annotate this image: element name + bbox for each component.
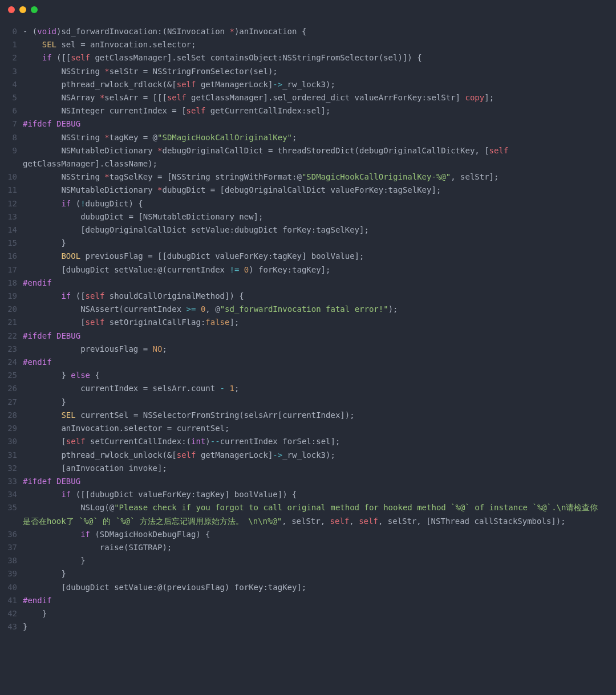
code-content[interactable]: #endif <box>23 277 606 290</box>
code-line[interactable]: 38 } <box>3 554 606 567</box>
code-content[interactable]: #endif <box>23 594 606 607</box>
code-line[interactable]: 32 [anInvocation invoke]; <box>3 462 606 475</box>
code-content[interactable]: if ([[self getClassManager].selSet conta… <box>23 51 606 64</box>
code-line[interactable]: 31 pthread_rwlock_unlock(&[self getManag… <box>3 449 606 462</box>
code-line[interactable]: 4 pthread_rwlock_rdlock(&[self getManage… <box>3 78 606 91</box>
code-content[interactable]: if ([self shouldCallOriginalMethod]) { <box>23 290 606 303</box>
code-content[interactable]: BOOL previousFlag = [[dubugDict valueFor… <box>23 250 606 263</box>
code-line[interactable]: 27 } <box>3 396 606 409</box>
code-line[interactable]: 29 anInvocation.selector = currentSel; <box>3 422 606 435</box>
code-content[interactable]: } else { <box>23 369 606 382</box>
code-content[interactable]: [debugOriginalCallDict setValue:dubugDic… <box>23 223 606 237</box>
code-content[interactable]: } <box>23 237 606 250</box>
code-line[interactable]: 15 } <box>3 237 606 250</box>
minimize-icon[interactable] <box>19 6 26 13</box>
code-content[interactable]: #ifdef DEBUG <box>23 330 606 343</box>
code-content[interactable]: [anInvocation invoke]; <box>23 462 606 475</box>
token-type: SEL <box>61 411 75 420</box>
code-content[interactable]: SEL currentSel = NSSelectorFromString(se… <box>23 409 606 422</box>
code-line[interactable]: 8 NSString *tagKey = @"SDMagicHookCallOr… <box>3 131 606 144</box>
code-line[interactable]: 30 [self setCurrentCallIndex:(int)--curr… <box>3 435 606 448</box>
code-line[interactable]: 0- (void)sd_forwardInvocation:(NSInvocat… <box>3 25 606 38</box>
code-line[interactable]: 10 NSString *tagSelKey = [NSString strin… <box>3 170 606 184</box>
code-content[interactable]: [dubugDict setValue:@(currentIndex != 0)… <box>23 263 606 277</box>
code-content[interactable]: NSString *tagSelKey = [NSString stringWi… <box>23 170 606 184</box>
code-content[interactable]: #ifdef DEBUG <box>23 475 606 488</box>
code-content[interactable]: currentIndex = selsArr.count - 1; <box>23 382 606 395</box>
code-content[interactable]: pthread_rwlock_rdlock(&[self getManagerL… <box>23 78 606 91</box>
code-content[interactable]: SEL sel = anInvocation.selector; <box>23 38 606 51</box>
code-content[interactable]: [self setOriginalCallFlag:false]; <box>23 316 606 329</box>
code-content[interactable]: } <box>23 607 606 620</box>
token-keyword: if <box>61 199 71 208</box>
code-line[interactable]: 42 } <box>3 607 606 620</box>
code-line[interactable]: 19 if ([self shouldCallOriginalMethod]) … <box>3 290 606 303</box>
code-content[interactable]: NSInteger currentIndex = [self getCurren… <box>23 104 606 117</box>
code-line[interactable]: 2 if ([[self getClassManager].selSet con… <box>3 51 606 64</box>
code-line[interactable]: 20 NSAssert(currentIndex >= 0, @"sd_forw… <box>3 303 606 316</box>
code-line[interactable]: 14 [debugOriginalCallDict setValue:dubug… <box>3 223 606 237</box>
code-line[interactable]: 12 if (!dubugDict) { <box>3 197 606 210</box>
code-line[interactable]: 5 NSArray *selsArr = [[[self getClassMan… <box>3 91 606 104</box>
code-content[interactable]: if (SDMagicHookDebugFlag) { <box>23 528 606 541</box>
code-content[interactable]: } <box>23 396 606 409</box>
code-line[interactable]: 28 SEL currentSel = NSSelectorFromString… <box>3 409 606 422</box>
code-line[interactable]: 24#endif <box>3 356 606 369</box>
code-line[interactable]: 17 [dubugDict setValue:@(currentIndex !=… <box>3 263 606 277</box>
code-content[interactable]: pthread_rwlock_unlock(&[self getManagerL… <box>23 449 606 462</box>
code-content[interactable]: NSLog(@"Please check if you forgot to ca… <box>23 501 606 527</box>
code-content[interactable]: raise(SIGTRAP); <box>23 541 606 554</box>
code-content[interactable]: NSArray *selsArr = [[[self getClassManag… <box>23 91 606 104</box>
code-line[interactable]: 39 } <box>3 567 606 580</box>
code-line[interactable]: 34 if ([[dubugDict valueForKey:tagKey] b… <box>3 488 606 501</box>
code-line[interactable]: 7#ifdef DEBUG <box>3 117 606 131</box>
code-content[interactable]: } <box>23 567 606 580</box>
code-content[interactable]: NSAssert(currentIndex >= 0, @"sd_forward… <box>23 303 606 316</box>
code-content[interactable]: NSMutableDictionary *debugOriginalCallDi… <box>23 144 606 170</box>
code-line[interactable]: 21 [self setOriginalCallFlag:false]; <box>3 316 606 329</box>
code-line[interactable]: 23 previousFlag = NO; <box>3 343 606 356</box>
token-default: currentIndex = selsArr.count <box>23 384 220 393</box>
code-editor[interactable]: 0- (void)sd_forwardInvocation:(NSInvocat… <box>0 19 616 647</box>
code-content[interactable]: } <box>23 554 606 567</box>
code-line[interactable]: 22#ifdef DEBUG <box>3 330 606 343</box>
code-line[interactable]: 11 NSMutableDictionary *dubugDict = [deb… <box>3 184 606 197</box>
code-line[interactable]: 3 NSString *selStr = NSStringFromSelecto… <box>3 65 606 78</box>
code-line[interactable]: 40 [dubugDict setValue:@(previousFlag) f… <box>3 581 606 594</box>
code-line[interactable]: 33#ifdef DEBUG <box>3 475 606 488</box>
code-content[interactable]: } <box>23 620 606 633</box>
code-line[interactable]: 36 if (SDMagicHookDebugFlag) { <box>3 528 606 541</box>
code-line[interactable]: 43} <box>3 620 606 633</box>
code-line[interactable]: 9 NSMutableDictionary *debugOriginalCall… <box>3 144 606 170</box>
zoom-icon[interactable] <box>31 6 38 13</box>
code-line[interactable]: 6 NSInteger currentIndex = [self getCurr… <box>3 104 606 117</box>
token-default: pthread_rwlock_rdlock(&[ <box>23 80 177 89</box>
code-content[interactable]: anInvocation.selector = currentSel; <box>23 422 606 435</box>
code-content[interactable]: [self setCurrentCallIndex:(int)--current… <box>23 435 606 448</box>
code-content[interactable]: NSString *selStr = NSStringFromSelector(… <box>23 65 606 78</box>
code-content[interactable]: dubugDict = [NSMutableDictionary new]; <box>23 210 606 223</box>
code-line[interactable]: 13 dubugDict = [NSMutableDictionary new]… <box>3 210 606 223</box>
code-content[interactable]: NSString *tagKey = @"SDMagicHookCallOrig… <box>23 131 606 144</box>
code-line[interactable]: 16 BOOL previousFlag = [[dubugDict value… <box>3 250 606 263</box>
code-line[interactable]: 1 SEL sel = anInvocation.selector; <box>3 38 606 51</box>
code-line[interactable]: 41#endif <box>3 594 606 607</box>
close-icon[interactable] <box>8 6 15 13</box>
line-number: 5 <box>3 91 23 104</box>
code-line[interactable]: 35 NSLog(@"Please check if you forgot to… <box>3 501 606 527</box>
code-content[interactable]: #ifdef DEBUG <box>23 117 606 131</box>
code-line[interactable]: 18#endif <box>3 277 606 290</box>
code-line[interactable]: 37 raise(SIGTRAP); <box>3 541 606 554</box>
code-content[interactable]: - (void)sd_forwardInvocation:(NSInvocati… <box>23 25 606 38</box>
line-number: 3 <box>3 65 23 78</box>
token-default: _rw_lock3); <box>282 80 335 89</box>
code-content[interactable]: [dubugDict setValue:@(previousFlag) forK… <box>23 581 606 594</box>
token-default: [ <box>23 318 86 327</box>
code-content[interactable]: previousFlag = NO; <box>23 343 606 356</box>
code-line[interactable]: 25 } else { <box>3 369 606 382</box>
code-content[interactable]: if (!dubugDict) { <box>23 197 606 210</box>
code-content[interactable]: if ([[dubugDict valueForKey:tagKey] bool… <box>23 488 606 501</box>
code-content[interactable]: #endif <box>23 356 606 369</box>
code-content[interactable]: NSMutableDictionary *dubugDict = [debugO… <box>23 184 606 197</box>
code-line[interactable]: 26 currentIndex = selsArr.count - 1; <box>3 382 606 395</box>
